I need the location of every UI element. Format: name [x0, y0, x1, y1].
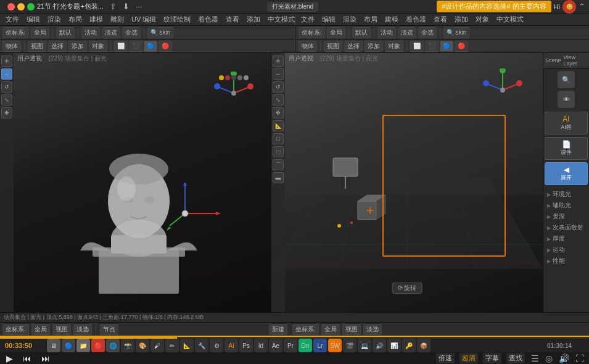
close-window-btn[interactable]: [7, 3, 15, 10]
dock-icon-1[interactable]: 🔵: [62, 339, 75, 352]
next-btn[interactable]: ⏭: [40, 354, 51, 363]
dock-icon-6[interactable]: 🎨: [136, 339, 149, 352]
global-btn-bottom[interactable]: 全局: [31, 324, 50, 335]
play-btn[interactable]: ▶: [5, 354, 14, 363]
select-menu-btn[interactable]: 选择: [48, 41, 67, 52]
shading-solid-btn[interactable]: ⬛: [129, 41, 142, 52]
dock-icon-5[interactable]: 📸: [121, 339, 134, 352]
curve-tool-r[interactable]: ⌒: [273, 159, 284, 170]
visibility-btn[interactable]: 👁: [558, 91, 575, 108]
object-menu-btn[interactable]: 对象: [89, 41, 107, 52]
pivot-btn[interactable]: 默认: [56, 27, 75, 38]
proportional-right-btn[interactable]: 淡选: [398, 27, 416, 38]
plane-tool-r[interactable]: ▬: [273, 172, 284, 183]
expand-icon[interactable]: ⌃: [579, 2, 585, 11]
circle-icon[interactable]: ◎: [545, 354, 553, 363]
cursor-tool-r[interactable]: ✛: [273, 56, 284, 67]
coord-global-btn[interactable]: 全局: [31, 27, 49, 38]
menu-file-left[interactable]: 文件: [2, 14, 22, 26]
menu-shader-left[interactable]: 着色器: [195, 14, 221, 26]
dock-icon-22[interactable]: 🔊: [373, 339, 386, 352]
global-btn-bottom-r[interactable]: 全局: [321, 324, 340, 335]
expand-btn[interactable]: ◀ 展开: [545, 162, 588, 185]
list-icon[interactable]: ☰: [531, 354, 539, 363]
menu-object-right[interactable]: 对象: [472, 14, 492, 26]
view-perspective-right[interactable]: 坐标系:: [299, 27, 325, 38]
dock-icon-2[interactable]: 📁: [76, 339, 90, 352]
ai-answer-btn[interactable]: AI AI答: [545, 112, 588, 134]
measure-tool-r[interactable]: 📐: [273, 120, 284, 131]
dock-icon-16[interactable]: Pr: [284, 339, 297, 352]
add-menu-btn[interactable]: 添加: [68, 41, 87, 52]
dock-icon-17[interactable]: Dn: [299, 339, 312, 352]
menu-add-left[interactable]: 添加: [244, 14, 263, 26]
dock-icon-11[interactable]: ⚙: [210, 339, 223, 352]
box-tool-r[interactable]: ⬚: [273, 146, 284, 157]
menu-model-right[interactable]: 建模: [382, 14, 402, 26]
shading-rendered-btn[interactable]: 🔴: [159, 41, 172, 52]
pivot-right-btn[interactable]: 默认: [352, 27, 371, 38]
menu-layout-left[interactable]: 布局: [65, 14, 85, 26]
coord-btn-bottom[interactable]: 坐标系:: [2, 324, 29, 335]
outliner-perf[interactable]: ▶ 性能: [543, 255, 589, 267]
dock-icon-13[interactable]: Ps: [239, 339, 253, 352]
avatar[interactable]: 😊: [562, 0, 576, 14]
scale-tool[interactable]: ⤡: [1, 94, 12, 105]
proportional-btn[interactable]: 淡选: [102, 27, 120, 38]
prev-btn[interactable]: ⏮: [22, 354, 33, 363]
dock-icon-4[interactable]: 🌐: [106, 339, 120, 352]
more-icon[interactable]: ···: [136, 2, 142, 11]
search-btn-left[interactable]: 🔍 skin: [147, 27, 174, 38]
menu-chinese-right[interactable]: 中文模式: [493, 14, 527, 26]
search-btn-right[interactable]: 🔍 skin: [443, 27, 470, 38]
menu-add-right[interactable]: 添加: [451, 14, 471, 26]
speed-btn-1[interactable]: 超清: [459, 353, 478, 363]
outliner-sss[interactable]: ▶ 次表面散射: [543, 222, 589, 233]
speed-btn-2[interactable]: 字幕: [483, 353, 501, 363]
rotate-tool-r[interactable]: ↺: [273, 81, 284, 93]
scale-tool-r[interactable]: ⤡: [273, 94, 284, 105]
dock-icon-14[interactable]: Id: [254, 339, 268, 352]
dock-icon-9[interactable]: 📐: [180, 339, 194, 352]
menu-render-left[interactable]: 渲染: [44, 14, 64, 26]
coord-global-right[interactable]: 全局: [327, 27, 345, 38]
view-btn-bottom[interactable]: 视图: [52, 324, 71, 335]
shading-render-right-btn[interactable]: 🔵: [440, 41, 453, 52]
dock-icon-0[interactable]: 🖥: [47, 339, 60, 352]
shading-solid-right-btn[interactable]: ⬛: [425, 41, 439, 52]
dock-icon-12[interactable]: Ai: [224, 339, 238, 352]
menu-model-left[interactable]: 建模: [86, 14, 106, 26]
coord-btn-bottom-r[interactable]: 坐标系:: [292, 324, 319, 335]
snap-right-btn[interactable]: 全选: [418, 27, 437, 38]
object-mode-right-btn[interactable]: 物体: [299, 41, 317, 52]
view-menu-right-btn[interactable]: 视图: [324, 41, 342, 52]
progress-track[interactable]: [0, 337, 589, 339]
view-btn-bottom-r[interactable]: 视图: [342, 324, 361, 335]
cursor-tool[interactable]: ✛: [1, 56, 12, 67]
transform-btn[interactable]: 活动: [81, 27, 100, 38]
transform-right-btn[interactable]: 活动: [377, 27, 396, 38]
share-icon[interactable]: ⇧: [110, 2, 117, 11]
menu-edit-right[interactable]: 编辑: [319, 14, 339, 26]
outliner-dof[interactable]: ▶ 景深: [543, 211, 589, 222]
view-menu-btn[interactable]: 视图: [28, 41, 46, 52]
dock-icon-18[interactable]: Lr: [313, 339, 327, 352]
menu-view-left[interactable]: 查看: [223, 14, 242, 26]
shading-render-btn[interactable]: 🔵: [144, 41, 157, 52]
speed-btn-0[interactable]: 倍速: [436, 353, 455, 363]
outliner-env[interactable]: ▶ 环境光: [543, 189, 589, 200]
dock-icon-19[interactable]: SW: [328, 339, 342, 352]
viewport-right[interactable]: 用户透视 (229) 场景集合 | 面光 ⟳ 旋转 ✛ ↔ ↺ ⤡ ✥ 📐: [271, 53, 543, 312]
menu-render-right[interactable]: 渲染: [340, 14, 360, 26]
menu-texture-left[interactable]: 纹理绘制: [160, 14, 194, 26]
outliner-thickness[interactable]: ▶ 厚度: [543, 233, 589, 244]
shading-rendered-right-btn[interactable]: 🔴: [455, 41, 468, 52]
view-perspective-btn[interactable]: 坐标系:: [2, 27, 29, 38]
move-tool-r[interactable]: ↔: [273, 68, 284, 80]
transform-tool[interactable]: ✥: [1, 107, 12, 118]
empty-tool-r[interactable]: □: [273, 133, 284, 144]
search-sidebar-btn[interactable]: 🔍: [558, 71, 575, 88]
select-menu-right-btn[interactable]: 选择: [344, 41, 363, 52]
fullscreen-icon[interactable]: ⛶: [575, 354, 584, 363]
outliner-motion[interactable]: ▶ 运动: [543, 244, 589, 255]
